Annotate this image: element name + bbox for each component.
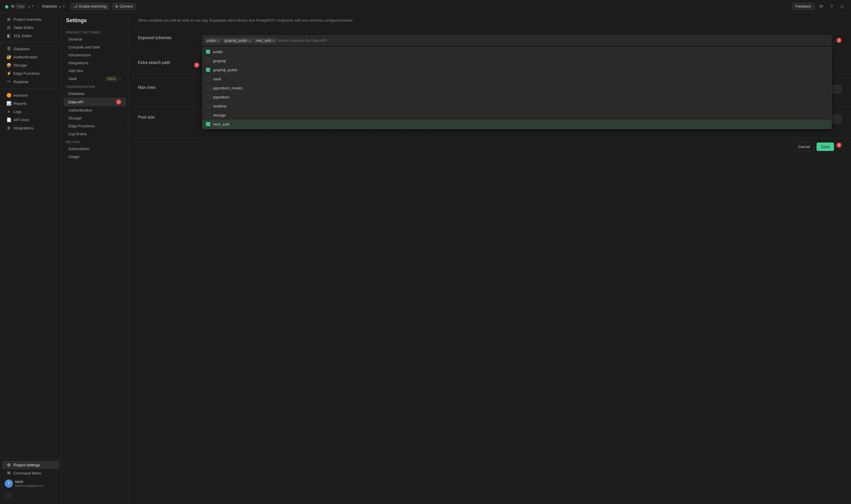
tag-next-auth-remove[interactable]: × xyxy=(272,38,275,43)
nav-integrations[interactable]: Integrations xyxy=(64,59,126,67)
form-footer: Cancel Save 4 xyxy=(128,138,851,156)
sidebar-item-realtime[interactable]: 〜 Realtime xyxy=(2,77,59,86)
checkbox-storage[interactable] xyxy=(206,113,210,117)
checkbox-next-auth[interactable] xyxy=(206,122,210,126)
data-api-badge: 1 xyxy=(116,99,121,105)
nav-infrastructure[interactable]: Infrastructure xyxy=(64,51,126,59)
section-label-config: CONFIGURATION xyxy=(62,83,128,90)
nav-infrastructure-label: Infrastructure xyxy=(68,53,91,57)
nav-data-api[interactable]: Data API 1 xyxy=(64,97,126,106)
feedback-button[interactable]: Feedback xyxy=(792,3,815,10)
sidebar-item-logs[interactable]: ≡ Logs xyxy=(2,107,59,115)
topbar-right: Feedback ✉ ? ◇ xyxy=(792,2,846,11)
alpha-badge: Alpha xyxy=(105,76,117,81)
sidebar-item-label: Storage xyxy=(14,63,27,68)
nav-edge-functions-config[interactable]: Edge Functions ↗ xyxy=(64,122,126,130)
tags-row: public × graphql_public × next_auth × xyxy=(202,35,841,46)
project-selector[interactable]: ShipNow ▲▼ xyxy=(42,4,66,8)
user-info: twinh twinhuang@qq.com xyxy=(15,480,44,487)
topbar-actions: ⎇ Enable branching ⊕ Connect xyxy=(70,3,136,10)
dropdown-item-public[interactable]: public xyxy=(203,47,831,56)
logs-icon: ≡ xyxy=(6,109,11,114)
sidebar-item-project-settings[interactable]: ⚙ Project Settings xyxy=(2,461,59,469)
extra-search-path-label: Extra search path xyxy=(138,60,170,65)
nav-subscription[interactable]: Subscription xyxy=(64,145,126,153)
sidebar-item-table-editor[interactable]: ⊟ Table Editor xyxy=(2,23,59,32)
nav-log-drains[interactable]: Log Drains xyxy=(64,130,126,138)
tag-graphql-public-label: graphql_public xyxy=(225,38,247,43)
sidebar-item-project-overview[interactable]: ⊞ Project overview xyxy=(2,15,59,23)
help-icon[interactable]: ? xyxy=(828,2,836,11)
sidebar-item-label: Edge Functions xyxy=(14,71,40,76)
sidebar-divider-1 xyxy=(0,42,61,42)
edge-icon: ⚡ xyxy=(6,71,11,76)
tag-next-auth: next_auth × xyxy=(254,38,277,43)
sidebar-divider-3 xyxy=(0,458,61,458)
dropdown-item-vault[interactable]: vault xyxy=(203,74,831,84)
sidebar-item-integrations[interactable]: ⊕ Integrations xyxy=(2,124,59,132)
edge-ext-icon: ↗ xyxy=(118,124,121,128)
dropdown-item-graphql-public[interactable]: graphql_public xyxy=(203,66,831,74)
max-rows-label-col: Max rows xyxy=(138,85,202,90)
dropdown-item-next-auth[interactable]: next_auth xyxy=(203,120,831,129)
sidebar-item-api-docs[interactable]: 📄 API Docs xyxy=(2,115,59,124)
nav-auth-config[interactable]: Authentication xyxy=(64,106,126,114)
cancel-button[interactable]: Cancel xyxy=(794,143,814,151)
nav-compute-disk[interactable]: Compute and Disk xyxy=(64,43,126,51)
schema-search-input[interactable] xyxy=(278,38,327,43)
avatar: T xyxy=(5,480,13,488)
nav-vault[interactable]: Vault Alpha ↗ xyxy=(64,75,126,83)
checkbox-graphql-public[interactable] xyxy=(206,68,210,72)
dropdown-item-storage[interactable]: storage xyxy=(203,111,831,120)
sidebar-item-label: Command Menu xyxy=(14,471,41,475)
connect-button[interactable]: ⊕ Connect xyxy=(112,3,136,10)
tag-public-remove[interactable]: × xyxy=(217,38,219,43)
home-icon: ⊞ xyxy=(6,17,11,22)
enable-branching-button[interactable]: ⎇ Enable branching xyxy=(70,3,109,10)
nav-storage-config[interactable]: Storage xyxy=(64,114,126,122)
checkbox-realtime[interactable] xyxy=(206,104,210,108)
sidebar-item-advisors[interactable]: 🟠 Advisors xyxy=(2,91,59,99)
nav-general[interactable]: General xyxy=(64,35,126,43)
checkbox-graphql[interactable] xyxy=(206,59,210,63)
checkbox-pgsodium-masks[interactable] xyxy=(206,86,210,90)
dropdown-item-realtime[interactable]: realtime xyxy=(203,102,831,111)
extra-search-path-label-col: Extra search path xyxy=(138,60,202,65)
nav-integrations-label: Integrations xyxy=(68,61,88,65)
tag-graphql-public-remove[interactable]: × xyxy=(248,38,251,43)
sidebar-item-label: Realtime xyxy=(14,80,28,84)
nav-usage[interactable]: Usage xyxy=(64,153,126,161)
tag-public: public × xyxy=(205,38,222,43)
checkbox-public[interactable] xyxy=(206,50,210,54)
sidebar-item-command-menu[interactable]: ⌘ Command Menu xyxy=(2,469,59,477)
save-button[interactable]: Save xyxy=(817,143,834,151)
tag-public-label: public xyxy=(207,38,216,43)
notifications-icon[interactable]: ◇ xyxy=(838,2,846,11)
sidebar-item-label: Project Settings xyxy=(14,463,40,467)
sidebar-item-reports[interactable]: 📊 Reports xyxy=(2,99,59,107)
branch-icon: ⎇ xyxy=(74,4,78,8)
expand-icon[interactable]: ⊟ xyxy=(5,492,12,499)
dropdown-item-graphql[interactable]: graphql xyxy=(203,56,831,66)
dropdown-next-auth-label: next_auth xyxy=(213,122,230,126)
dropdown-item-pgsodium-masks[interactable]: pgsodium_masks xyxy=(203,84,831,93)
mail-icon[interactable]: ✉ xyxy=(817,2,825,11)
dropdown-item-pgsodium[interactable]: pgsodium xyxy=(203,93,831,102)
max-rows-label: Max rows xyxy=(138,85,155,90)
enable-branching-label: Enable branching xyxy=(79,4,106,8)
username: twinh xyxy=(15,480,44,484)
nav-add-ons[interactable]: Add Ons xyxy=(64,67,126,75)
sidebar-item-authentication[interactable]: 🔐 Authentication xyxy=(2,53,59,61)
pool-size-label: Pool size xyxy=(138,115,155,120)
checkbox-pgsodium[interactable] xyxy=(206,95,210,99)
sidebar-item-sql-editor[interactable]: ◧ SQL Editor xyxy=(2,32,59,40)
org-selector[interactable]: M Free ▲▼ xyxy=(11,4,35,9)
content-area: When enabled you will be able to use any… xyxy=(128,13,851,504)
checkbox-vault[interactable] xyxy=(206,77,210,81)
sidebar-item-storage[interactable]: 📦 Storage xyxy=(2,61,59,69)
sidebar-item-edge-functions[interactable]: ⚡ Edge Functions xyxy=(2,69,59,77)
nav-database[interactable]: Database xyxy=(64,90,126,97)
user-profile[interactable]: T twinh twinhuang@qq.com xyxy=(0,477,61,490)
sidebar-item-database[interactable]: 🗄 Database xyxy=(2,45,59,53)
tags-input-wrapper[interactable]: public × graphql_public × next_auth × xyxy=(202,35,832,46)
